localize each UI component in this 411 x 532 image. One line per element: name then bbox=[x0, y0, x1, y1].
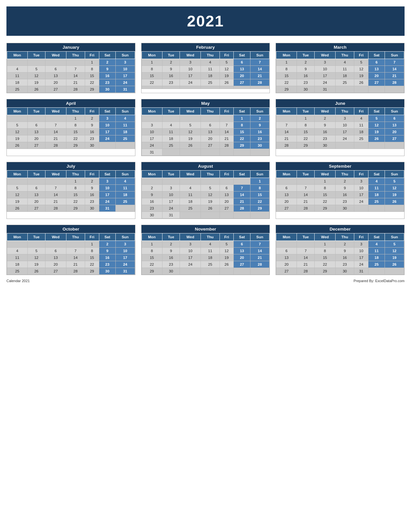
day-header-sat: Sat bbox=[234, 233, 250, 241]
week-row bbox=[142, 86, 269, 89]
day-cell: 23 bbox=[99, 79, 115, 86]
day-cell bbox=[250, 268, 269, 275]
week-row: 45678910 bbox=[7, 66, 135, 73]
day-cell bbox=[354, 86, 368, 93]
day-cell: 21 bbox=[66, 79, 85, 86]
day-header-tue: Tue bbox=[27, 52, 45, 59]
day-cell: 25 bbox=[115, 198, 135, 205]
day-cell bbox=[297, 241, 315, 248]
day-cell: 2 bbox=[250, 115, 269, 122]
day-cell: 28 bbox=[250, 261, 269, 268]
day-cell: 20 bbox=[276, 261, 297, 268]
day-cell: 17 bbox=[115, 254, 135, 261]
month-table-november: MonTueWedThuFriSatSun1234567891011121314… bbox=[142, 233, 270, 275]
day-cell: 7 bbox=[220, 122, 234, 129]
day-cell: 13 bbox=[45, 73, 66, 79]
day-cell: 24 bbox=[180, 261, 201, 268]
week-row: 6789101112 bbox=[276, 185, 404, 192]
day-cell: 29 bbox=[250, 205, 269, 212]
day-header-thu: Thu bbox=[201, 171, 220, 178]
day-cell: 5 bbox=[385, 178, 404, 185]
day-header-sun: Sun bbox=[115, 171, 135, 178]
day-cell: 31 bbox=[115, 86, 135, 93]
day-header-mon: Mon bbox=[276, 108, 297, 115]
day-cell: 1 bbox=[250, 178, 269, 185]
week-row: 567891011 bbox=[7, 185, 135, 192]
week-row: 14151617181920 bbox=[276, 129, 404, 135]
day-cell: 22 bbox=[276, 79, 297, 86]
day-cell: 28 bbox=[45, 142, 66, 149]
day-cell bbox=[27, 115, 45, 122]
day-cell bbox=[162, 178, 180, 185]
day-cell bbox=[354, 205, 368, 212]
day-cell: 27 bbox=[234, 261, 250, 268]
month-title-december: December bbox=[276, 225, 404, 233]
week-row: 891011121314 bbox=[276, 66, 404, 73]
day-header-wed: Wed bbox=[315, 108, 336, 115]
week-row: 15161718192021 bbox=[142, 254, 269, 261]
day-cell: 7 bbox=[250, 241, 269, 248]
week-row: 20212223242526 bbox=[276, 261, 404, 268]
day-cell: 25 bbox=[162, 142, 180, 149]
day-cell: 22 bbox=[66, 198, 85, 205]
day-cell: 3 bbox=[354, 241, 368, 248]
month-title-january: January bbox=[7, 43, 135, 51]
day-cell: 14 bbox=[234, 192, 250, 198]
day-cell: 4 bbox=[368, 241, 385, 248]
day-cell bbox=[220, 178, 234, 185]
day-cell: 22 bbox=[234, 135, 250, 142]
day-cell: 1 bbox=[66, 115, 85, 122]
week-row: 2627282930 bbox=[7, 142, 135, 149]
day-header-fri: Fri bbox=[220, 171, 234, 178]
day-cell: 24 bbox=[99, 198, 115, 205]
day-cell: 29 bbox=[85, 86, 99, 93]
day-cell: 6 bbox=[201, 122, 220, 129]
day-header-tue: Tue bbox=[27, 108, 45, 115]
day-cell: 28 bbox=[220, 142, 234, 149]
day-cell: 6 bbox=[220, 185, 234, 192]
day-cell: 15 bbox=[142, 254, 162, 261]
day-cell: 3 bbox=[99, 178, 115, 185]
day-cell: 24 bbox=[115, 79, 135, 86]
day-header-mon: Mon bbox=[142, 108, 162, 115]
day-cell: 10 bbox=[162, 192, 180, 198]
day-cell: 28 bbox=[385, 79, 404, 86]
day-cell: 30 bbox=[85, 205, 99, 212]
day-header-fri: Fri bbox=[220, 233, 234, 241]
day-cell: 25 bbox=[201, 79, 220, 86]
week-row: 17181920212223 bbox=[142, 135, 269, 142]
day-header-fri: Fri bbox=[220, 52, 234, 59]
day-cell: 26 bbox=[368, 135, 385, 142]
day-cell: 21 bbox=[250, 73, 269, 79]
day-cell: 8 bbox=[66, 185, 85, 192]
day-cell: 29 bbox=[142, 268, 162, 275]
week-row: 12345 bbox=[276, 178, 404, 185]
day-cell: 8 bbox=[250, 185, 269, 192]
day-cell: 14 bbox=[45, 192, 66, 198]
day-cell bbox=[180, 115, 201, 122]
month-table-september: MonTueWedThuFriSatSun1234567891011121314… bbox=[276, 170, 404, 212]
day-cell bbox=[201, 86, 220, 89]
day-cell: 21 bbox=[276, 135, 297, 142]
day-cell: 12 bbox=[27, 73, 45, 79]
day-cell: 15 bbox=[315, 192, 336, 198]
day-cell: 21 bbox=[250, 254, 269, 261]
day-cell: 4 bbox=[7, 66, 28, 73]
day-cell: 28 bbox=[297, 268, 315, 275]
day-cell: 21 bbox=[45, 198, 66, 205]
day-header-tue: Tue bbox=[162, 52, 180, 59]
day-cell: 21 bbox=[66, 261, 85, 268]
day-cell: 27 bbox=[27, 142, 45, 149]
day-cell: 25 bbox=[368, 261, 385, 268]
day-cell: 10 bbox=[99, 185, 115, 192]
day-cell: 26 bbox=[220, 79, 234, 86]
day-cell: 19 bbox=[385, 192, 404, 198]
day-cell: 23 bbox=[99, 261, 115, 268]
day-header-fri: Fri bbox=[354, 171, 368, 178]
day-cell: 5 bbox=[7, 185, 28, 192]
day-header-sat: Sat bbox=[234, 171, 250, 178]
day-cell: 20 bbox=[220, 198, 234, 205]
day-cell bbox=[142, 115, 162, 122]
day-cell bbox=[368, 268, 385, 275]
day-cell: 13 bbox=[276, 192, 297, 198]
